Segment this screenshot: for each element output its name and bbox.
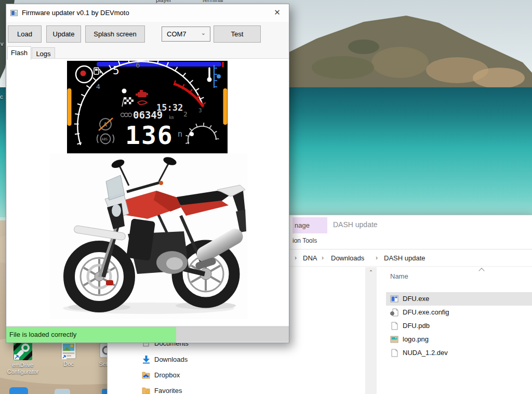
svg-text:136: 136 bbox=[125, 121, 174, 150]
desktop: player Terminal v c emDrive Configurator bbox=[0, 0, 532, 394]
tab-flash[interactable]: Flash bbox=[7, 46, 31, 60]
chevron-down-icon: ⌄ bbox=[201, 30, 206, 36]
file-row-dfu-exe-config[interactable]: DFU.exe.config bbox=[386, 306, 532, 319]
svg-text:5: 5 bbox=[113, 64, 119, 77]
file-name: DFU.exe.config bbox=[403, 308, 449, 316]
sidebar-item-label: Downloads bbox=[154, 356, 188, 363]
nav-pane-scrollbar[interactable]: ⌃ bbox=[365, 267, 377, 394]
partial-bottom-icon-faint[interactable] bbox=[55, 389, 70, 394]
file-row-nuda-dev[interactable]: NUDA_1.2.dev bbox=[386, 346, 532, 360]
explorer-window-title: DASH update bbox=[333, 220, 378, 229]
downloads-icon bbox=[142, 355, 151, 364]
status-bar: File is loaded correctly bbox=[6, 326, 289, 342]
partial-icon-label-c: c bbox=[0, 94, 3, 100]
load-button[interactable]: Load bbox=[8, 25, 42, 43]
tab-logs[interactable]: Logs bbox=[32, 47, 55, 59]
file-row-dfu-exe[interactable]: DFU.exe bbox=[386, 292, 532, 306]
explorer-ribbon-tab-application-tools[interactable]: ion Tools bbox=[292, 237, 317, 244]
document-file-icon bbox=[390, 349, 398, 357]
sidebar-item-dropbox[interactable]: Dropbox bbox=[137, 368, 241, 383]
exe-file-icon bbox=[390, 295, 398, 303]
partial-icon-label-terminal: Terminal bbox=[202, 0, 223, 3]
update-button[interactable]: Update bbox=[46, 25, 81, 43]
file-name: DFU.exe bbox=[403, 295, 429, 303]
svg-text:06349: 06349 bbox=[133, 109, 163, 121]
svg-text:6: 6 bbox=[136, 61, 140, 69]
sidebar-item-label: Favorites bbox=[154, 387, 182, 394]
breadcrumb-chevron: › bbox=[295, 254, 297, 261]
document-file-icon bbox=[390, 322, 398, 330]
desktop-icon-settings-partial[interactable]: Sett bbox=[87, 341, 109, 367]
dash-left-bar bbox=[68, 88, 72, 126]
splash-screen-button[interactable]: Splash screen bbox=[85, 25, 145, 43]
file-name: logo.png bbox=[403, 335, 429, 343]
explorer-contextual-tab-manage[interactable]: nage bbox=[292, 217, 327, 233]
file-name: NUDA_1.2.dev bbox=[403, 349, 448, 357]
dropbox-folder-icon bbox=[142, 371, 151, 379]
sort-ascending-icon[interactable] bbox=[480, 267, 485, 272]
titlebar[interactable]: Firmware updater v0.1 by DEVmoto ✕ bbox=[6, 4, 289, 22]
partial-icon-label-player: player bbox=[156, 0, 171, 3]
svg-text:ABS: ABS bbox=[102, 137, 108, 141]
svg-text:n: n bbox=[178, 129, 182, 139]
favorites-folder-icon bbox=[142, 386, 151, 394]
sidebar-item-favorites[interactable]: Favorites bbox=[137, 384, 241, 394]
scrollbar-up-icon[interactable]: ⌃ bbox=[365, 267, 377, 275]
dashboard-preview-image: 4 5 6 bbox=[67, 61, 228, 153]
doc-icon bbox=[60, 341, 77, 360]
status-message: File is loaded correctly bbox=[9, 331, 76, 338]
svg-text:3: 3 bbox=[198, 107, 202, 114]
desktop-icon-emdrive-configurator[interactable]: emDrive Configurator bbox=[0, 341, 46, 375]
doc-label: Doc bbox=[46, 361, 91, 367]
flash-tab-page: 4 5 6 bbox=[7, 58, 289, 325]
com-port-select[interactable]: COM7 ⌄ bbox=[162, 27, 210, 42]
firmware-updater-window: Firmware updater v0.1 by DEVmoto ✕ Load … bbox=[6, 4, 289, 343]
svg-text:4: 4 bbox=[96, 83, 100, 90]
window-title: Firmware updater v0.1 by DEVmoto bbox=[22, 9, 129, 17]
partial-icon-label-v: v bbox=[1, 41, 4, 47]
app-window-icon bbox=[10, 10, 18, 16]
svg-text:km: km bbox=[169, 115, 174, 120]
test-button[interactable]: Test bbox=[214, 25, 261, 43]
desktop-icon-doc[interactable]: Doc bbox=[46, 341, 91, 367]
close-button[interactable]: ✕ bbox=[265, 4, 289, 21]
breadcrumb-item-dash-update[interactable]: DASH update bbox=[384, 254, 425, 262]
tab-strip: Flash Logs bbox=[6, 46, 289, 59]
breadcrumb-chevron: › bbox=[322, 254, 324, 261]
emdrive-label-line2: Configurator bbox=[0, 369, 46, 375]
config-file-icon bbox=[390, 308, 398, 317]
sidebar-item-downloads[interactable]: Downloads bbox=[137, 352, 241, 367]
motorcycle-preview-image bbox=[50, 153, 247, 319]
file-row-dfu-pdb[interactable]: DFU.pdb bbox=[386, 319, 532, 333]
column-header-name[interactable]: Name bbox=[390, 272, 408, 280]
dash-right-bar bbox=[223, 88, 228, 125]
sidebar-item-label: Dropbox bbox=[154, 371, 180, 379]
breadcrumb-chevron: › bbox=[376, 254, 378, 261]
breadcrumb-item-dna[interactable]: DNA bbox=[303, 254, 317, 262]
image-file-icon bbox=[390, 335, 398, 344]
svg-text:2: 2 bbox=[183, 110, 188, 118]
emdrive-icon bbox=[13, 341, 33, 361]
breadcrumb-item-downloads[interactable]: Downloads bbox=[331, 254, 364, 262]
settings-label: Sett bbox=[87, 361, 109, 367]
emdrive-label-line1: emDrive bbox=[0, 362, 46, 369]
partial-bottom-icon-blue[interactable] bbox=[9, 387, 28, 394]
file-row-logo-png[interactable]: logo.png bbox=[386, 333, 532, 346]
com-port-value: COM7 bbox=[167, 30, 187, 38]
file-name: DFU.pdb bbox=[403, 322, 430, 330]
